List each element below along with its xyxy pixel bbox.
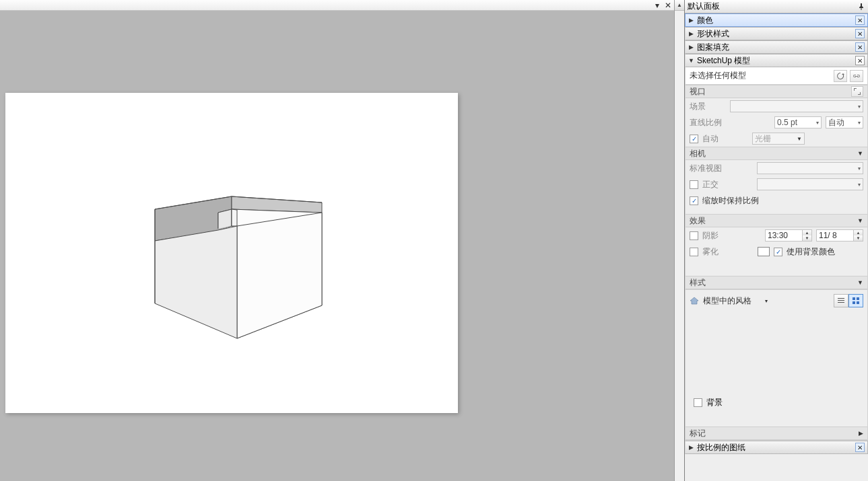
side-panel: 默认面板 ▶ 颜色 ✕ ▶ 形状样式 ✕ ▶ 图案填充 ✕ ▼ SketchUp… bbox=[684, 0, 868, 481]
shadow-time-spinner[interactable]: 13:30 ▲▼ bbox=[765, 229, 812, 242]
panel-scrollbar[interactable]: ▲ bbox=[674, 0, 684, 481]
preserve-scale-row: 缩放时保持比例 bbox=[686, 192, 867, 209]
chevron-down-icon: ▾ bbox=[858, 120, 861, 126]
preserve-scale-checkbox[interactable] bbox=[690, 196, 698, 205]
list-icon bbox=[837, 297, 845, 305]
scroll-track[interactable] bbox=[675, 11, 684, 481]
auto-dropdown[interactable]: 自动▾ bbox=[826, 116, 863, 128]
pin-icon[interactable] bbox=[857, 3, 865, 11]
collapse-triangle-icon: ▼ bbox=[857, 150, 863, 157]
shadow-date-value: 11/ 8 bbox=[817, 231, 853, 240]
ortho-label: 正交 bbox=[702, 179, 739, 190]
svg-rect-12 bbox=[857, 301, 859, 304]
document-titlebar: ▾ ✕ bbox=[0, 0, 674, 11]
fog-label: 雾化 bbox=[702, 246, 739, 258]
background-checkbox[interactable] bbox=[694, 398, 702, 407]
collapse-triangle-icon: ▼ bbox=[857, 279, 863, 286]
scroll-up-icon[interactable]: ▲ bbox=[675, 0, 684, 11]
style-selector-row: 模型中的风格 ▾ bbox=[690, 294, 863, 307]
titlebar-close-icon[interactable]: ✕ bbox=[663, 1, 673, 9]
svg-rect-11 bbox=[853, 301, 855, 304]
camera-header[interactable]: 相机 ▼ bbox=[686, 147, 867, 160]
section-close-icon[interactable]: ✕ bbox=[855, 42, 865, 52]
shadow-checkbox[interactable] bbox=[690, 231, 698, 240]
style-body: 模型中的风格 ▾ 背景 bbox=[686, 289, 867, 417]
grid-icon bbox=[852, 297, 860, 305]
chevron-down-icon: ▾ bbox=[858, 165, 861, 172]
line-scale-value: 0.5 pt bbox=[777, 118, 797, 127]
raster-value: 光栅 bbox=[755, 133, 771, 145]
use-bg-color-label: 使用背景颜色 bbox=[787, 246, 835, 258]
auto-value: 自动 bbox=[828, 117, 844, 128]
section-scale-label: 按比例的图纸 bbox=[697, 442, 853, 453]
section-pattern-fill[interactable]: ▶ 图案填充 ✕ bbox=[685, 40, 868, 54]
section-close-icon[interactable]: ✕ bbox=[855, 443, 865, 452]
section-shape-label: 形状样式 bbox=[697, 28, 853, 40]
section-close-icon[interactable]: ✕ bbox=[855, 29, 865, 38]
expand-arrow-icon: ▶ bbox=[688, 444, 694, 451]
section-color[interactable]: ▶ 颜色 ✕ bbox=[685, 13, 868, 27]
scene-label: 场景 bbox=[690, 101, 726, 112]
svg-marker-3 bbox=[218, 209, 232, 230]
expand-arrow-icon: ▶ bbox=[688, 30, 694, 37]
section-close-icon[interactable]: ✕ bbox=[855, 15, 865, 25]
sketchup-model-body: 未选择任何模型 视口 场景 ▾ 直线比例 bbox=[685, 67, 868, 441]
section-scaled-drawing[interactable]: ▶ 按比例的图纸 ✕ bbox=[685, 441, 868, 454]
viewport-header-label: 视口 bbox=[690, 86, 706, 98]
shadow-time-value: 13:30 bbox=[766, 231, 802, 240]
refresh-icon bbox=[836, 72, 844, 80]
fog-color-swatch[interactable] bbox=[758, 247, 770, 256]
auto-checkbox[interactable] bbox=[690, 135, 698, 143]
section-pattern-label: 图案填充 bbox=[697, 42, 853, 53]
refresh-model-button[interactable] bbox=[834, 70, 847, 82]
drawing-canvas[interactable] bbox=[5, 93, 458, 413]
ortho-checkbox[interactable] bbox=[690, 180, 698, 189]
auto-raster-row: 自动 光栅▼ bbox=[686, 131, 867, 147]
expand-triangle-icon: ▶ bbox=[859, 430, 863, 437]
fog-row: 雾化 使用背景颜色 bbox=[686, 244, 867, 260]
link-model-button[interactable] bbox=[850, 70, 863, 82]
auto2-label: 自动 bbox=[702, 133, 739, 145]
tag-header[interactable]: 标记 ▶ bbox=[686, 427, 867, 440]
svg-marker-6 bbox=[237, 213, 322, 338]
style-header-label: 样式 bbox=[690, 277, 706, 289]
chevron-down-icon: ▾ bbox=[858, 104, 861, 110]
render-mode-dropdown[interactable]: 光栅▼ bbox=[752, 133, 805, 145]
effects-header-label: 效果 bbox=[690, 215, 706, 227]
model-selection-row: 未选择任何模型 bbox=[686, 67, 867, 85]
viewport-header[interactable]: 视口 bbox=[686, 85, 867, 98]
svg-marker-8 bbox=[155, 226, 237, 338]
viewport-expand-button[interactable] bbox=[851, 86, 863, 97]
list-view-button[interactable] bbox=[834, 294, 848, 307]
spin-up-icon[interactable]: ▲ bbox=[803, 230, 811, 235]
scene-dropdown[interactable]: ▾ bbox=[730, 100, 863, 112]
spin-down-icon[interactable]: ▼ bbox=[803, 235, 811, 241]
section-shape-style[interactable]: ▶ 形状样式 ✕ bbox=[685, 27, 868, 40]
grid-view-button[interactable] bbox=[848, 294, 863, 307]
section-sketchup-model[interactable]: ▼ SketchUp 模型 ✕ bbox=[685, 54, 868, 67]
panel-title-bar[interactable]: 默认面板 bbox=[685, 0, 868, 13]
ortho-dropdown[interactable]: ▾ bbox=[757, 178, 863, 190]
std-view-dropdown[interactable]: ▾ bbox=[757, 162, 863, 174]
effects-header[interactable]: 效果 ▼ bbox=[686, 214, 867, 227]
section-close-icon[interactable]: ✕ bbox=[855, 56, 865, 65]
home-icon bbox=[690, 296, 699, 305]
background-row: 背景 bbox=[690, 395, 863, 410]
titlebar-dropdown-icon[interactable]: ▾ bbox=[653, 1, 662, 9]
panel-title: 默认面板 bbox=[688, 1, 857, 12]
style-header[interactable]: 样式 ▼ bbox=[686, 276, 867, 289]
svg-rect-10 bbox=[857, 297, 859, 300]
spin-down-icon[interactable]: ▼ bbox=[854, 235, 863, 241]
svg-marker-7 bbox=[232, 209, 237, 226]
spin-up-icon[interactable]: ▲ bbox=[854, 230, 863, 235]
fog-checkbox[interactable] bbox=[690, 248, 698, 256]
line-scale-dropdown[interactable]: 0.5 pt▾ bbox=[774, 116, 822, 128]
preserve-scale-label: 缩放时保持比例 bbox=[702, 195, 759, 207]
chevron-down-icon: ▼ bbox=[797, 136, 802, 142]
std-view-label: 标准视图 bbox=[690, 163, 726, 174]
use-bg-color-checkbox[interactable] bbox=[774, 248, 782, 256]
std-view-row: 标准视图 ▾ bbox=[686, 160, 867, 176]
chevron-down-icon[interactable]: ▾ bbox=[765, 298, 768, 304]
shadow-date-spinner[interactable]: 11/ 8 ▲▼ bbox=[816, 229, 863, 242]
line-scale-row: 直线比例 0.5 pt▾ 自动▾ bbox=[686, 114, 867, 131]
